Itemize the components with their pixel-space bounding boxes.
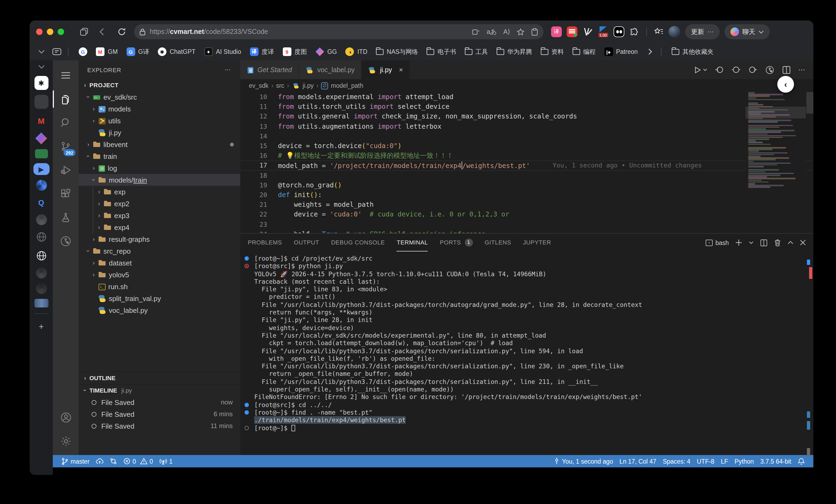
fan-extension-icon[interactable] bbox=[582, 26, 593, 37]
address-bar[interactable]: https://cvmart.net/code/58233/VSCode aあ … bbox=[134, 24, 544, 39]
bookmark-item[interactable]: ◑ITD bbox=[342, 46, 371, 58]
copilot-chat-button[interactable]: 聊天 bbox=[724, 24, 770, 39]
favorites-list-icon[interactable] bbox=[654, 27, 664, 37]
status-language[interactable]: Python bbox=[731, 458, 757, 464]
bookmark-star-icon[interactable] bbox=[517, 28, 525, 36]
kill-terminal-trash-icon[interactable] bbox=[774, 239, 781, 246]
timeline-item[interactable]: File Saved6 mins bbox=[79, 408, 240, 420]
breadcrumb-item[interactable]: src bbox=[276, 82, 284, 89]
chatgpt-icon[interactable]: ✱ bbox=[34, 76, 48, 90]
globe-dim-icon[interactable] bbox=[34, 230, 48, 244]
project-section-header[interactable]: › PROJECT bbox=[79, 79, 240, 91]
editor-scrollbar[interactable] bbox=[806, 92, 813, 114]
reload-icon[interactable] bbox=[115, 25, 129, 39]
menu-icon[interactable] bbox=[53, 63, 79, 87]
bookmark-item[interactable]: G bbox=[75, 46, 91, 58]
tab-ji-py[interactable]: ji.py× bbox=[362, 60, 410, 79]
notifications-bell-icon[interactable] bbox=[795, 458, 808, 465]
gitlens-icon[interactable] bbox=[53, 229, 79, 253]
terminal-output[interactable]: [root@~]$ cd /project/ev_sdk/src[root@sr… bbox=[240, 251, 813, 455]
close-window-button[interactable] bbox=[36, 28, 42, 35]
platform-collapse-button[interactable]: ‹ bbox=[777, 76, 794, 93]
panel-tab-problems[interactable]: PROBLEMS bbox=[248, 234, 282, 251]
notes-icon[interactable] bbox=[35, 149, 48, 158]
panel-tab-ports[interactable]: PORTS1 bbox=[440, 234, 473, 251]
tree-item-ji-py[interactable]: ji.py bbox=[79, 127, 240, 138]
bookmark-item[interactable]: ✦AI Studio bbox=[201, 46, 245, 58]
minimize-window-button[interactable] bbox=[47, 28, 53, 35]
outline-section-header[interactable]: › OUTLINE bbox=[79, 371, 240, 384]
terminal-dropdown-icon[interactable] bbox=[749, 241, 754, 244]
bookmark-item[interactable]: 译度译 bbox=[246, 46, 278, 58]
panel-tab-output[interactable]: OUTPUT bbox=[294, 234, 319, 251]
other-bookmarks-folder[interactable]: 其他收藏夹 bbox=[668, 46, 717, 57]
tree-item-log[interactable]: ›log bbox=[79, 162, 240, 174]
code-line[interactable]: 23 bbox=[240, 219, 813, 229]
code-line[interactable]: 15device = torch.device("cuda:0") bbox=[240, 141, 813, 151]
tree-item-voc-label-py[interactable]: voc_label.py bbox=[79, 304, 240, 316]
bookmark-item[interactable]: |●Patreon bbox=[600, 46, 642, 58]
zoom-window-button[interactable] bbox=[58, 28, 64, 35]
testing-flask-icon[interactable] bbox=[53, 206, 79, 229]
code-line[interactable]: 10from models.experimental import attemp… bbox=[240, 92, 813, 102]
close-tab-icon[interactable]: × bbox=[399, 66, 403, 74]
spiral-active-icon[interactable] bbox=[34, 95, 48, 109]
tree-item-libevent[interactable]: ›libevent bbox=[79, 138, 240, 150]
bookmark-item[interactable]: 华为昇腾 bbox=[493, 46, 536, 57]
immersive-translate-icon[interactable]: 译 bbox=[551, 26, 562, 37]
split-terminal-icon[interactable] bbox=[760, 239, 767, 246]
gemini-icon[interactable] bbox=[35, 133, 47, 144]
code-line[interactable]: 13from utils.augmentations import letter… bbox=[240, 121, 813, 131]
tree-item-split-train-val-py[interactable]: split_train_val.py bbox=[79, 292, 240, 304]
video-play-icon[interactable]: ▶ bbox=[33, 163, 49, 175]
bookmark-item[interactable]: ✱ChatGPT bbox=[154, 46, 199, 58]
profile-avatar[interactable] bbox=[668, 26, 680, 38]
bookmarks-overflow-chevron-icon[interactable] bbox=[648, 49, 652, 55]
spiral-dark-icon[interactable] bbox=[36, 268, 46, 278]
close-panel-icon[interactable] bbox=[800, 239, 806, 246]
code-line[interactable]: 22 device = 'cuda:0' # cuda device, i.e.… bbox=[240, 210, 813, 219]
panel-tab-jupyter[interactable]: JUPYTER bbox=[523, 234, 551, 251]
code-line[interactable]: 14 bbox=[240, 131, 813, 141]
tree-item-yolov5[interactable]: ›yolov5 bbox=[79, 269, 240, 280]
status-eol[interactable]: LF bbox=[718, 458, 731, 464]
tree-item-run-sh[interactable]: run.sh bbox=[79, 280, 240, 292]
sidebar-collapse-chevron-icon[interactable] bbox=[38, 50, 45, 54]
code-line[interactable]: 17model_path = '/project/train/models/tr… bbox=[240, 161, 813, 170]
tree-item-exp3[interactable]: ›exp3 bbox=[79, 210, 240, 221]
settings-gear-icon[interactable] bbox=[53, 429, 79, 453]
code-line[interactable]: 16# 💡模型地址一定要和测试阶段选择的模型地址一致！！！ bbox=[240, 151, 813, 160]
update-button[interactable]: 更新⋯ bbox=[685, 24, 720, 39]
command-decoration-pending[interactable] bbox=[245, 426, 249, 430]
translate-icon[interactable]: aあ bbox=[487, 27, 497, 36]
panel-tab-debug-console[interactable]: DEBUG CONSOLE bbox=[331, 234, 385, 251]
extensions-puzzle-icon[interactable] bbox=[629, 27, 640, 37]
flag-extension-icon[interactable]: 1.00 bbox=[598, 26, 609, 37]
timeline-item[interactable]: File Saved11 mins bbox=[79, 420, 240, 432]
explorer-icon[interactable] bbox=[53, 87, 79, 111]
tree-item-dataset[interactable]: ›dataset bbox=[79, 257, 240, 269]
read-aloud-icon[interactable]: A⟩ bbox=[504, 28, 510, 36]
add-app-button[interactable]: + bbox=[34, 320, 48, 334]
bookmark-item[interactable]: 电子书 bbox=[423, 46, 460, 57]
publish-changes-item[interactable] bbox=[93, 458, 107, 465]
tree-item-result-graphs[interactable]: ›result-graphs bbox=[79, 233, 240, 245]
run-debug-icon[interactable] bbox=[53, 158, 79, 182]
tree-item-models[interactable]: ›models bbox=[79, 103, 240, 115]
tab-get-started[interactable]: Get Started bbox=[240, 60, 299, 79]
breadcrumb-item[interactable]: ji.py bbox=[303, 82, 314, 89]
panda-extension-icon[interactable] bbox=[613, 26, 624, 37]
ports-forwarded-item[interactable]: 1 bbox=[156, 458, 176, 465]
breadcrumb-item[interactable]: model_path bbox=[331, 82, 363, 89]
breadcrumb-item[interactable]: ev_sdk bbox=[249, 82, 268, 89]
bookmark-item[interactable]: MGM bbox=[92, 46, 121, 58]
command-decoration-ok[interactable] bbox=[245, 256, 249, 260]
new-terminal-icon[interactable] bbox=[735, 239, 742, 246]
tree-item-src-repo[interactable]: ›src_repo bbox=[79, 245, 240, 257]
code-editor[interactable]: 10from models.experimental import attemp… bbox=[240, 92, 813, 233]
spiral-darker-icon[interactable] bbox=[36, 283, 46, 294]
app-sidebar-chevron-icon[interactable] bbox=[38, 65, 44, 69]
shell-selector[interactable]: › bash bbox=[706, 239, 729, 246]
tree-item-utils[interactable]: ›utils bbox=[79, 115, 240, 127]
bookmark-item[interactable]: 编程 bbox=[569, 46, 599, 57]
